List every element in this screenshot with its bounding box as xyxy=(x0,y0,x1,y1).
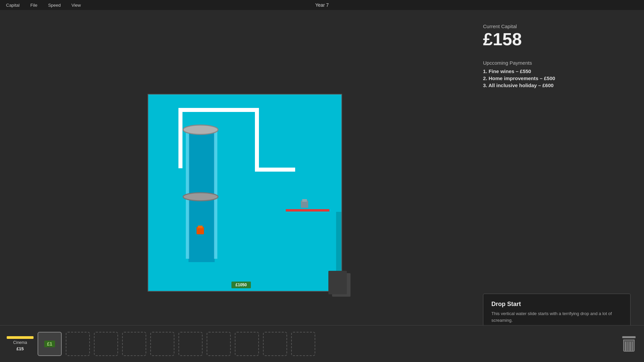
cinema-item: Cinema £15 xyxy=(7,336,34,351)
payment-3-text: 3. xyxy=(483,82,487,88)
slot-empty-1[interactable] xyxy=(66,332,90,356)
trash-line-3 xyxy=(630,342,631,351)
slot-empty-4[interactable] xyxy=(150,332,174,356)
svg-rect-4 xyxy=(255,168,295,172)
slot-empty-3[interactable] xyxy=(122,332,146,356)
payment-2-text: 2. xyxy=(483,75,487,81)
cinema-label: Cinema xyxy=(13,340,27,345)
canvas-shadow-1 xyxy=(328,271,347,294)
menu-capital[interactable]: Capital xyxy=(4,2,21,8)
game-canvas-wrapper: £1050 xyxy=(148,94,342,292)
payment-item-3: 3. All inclusive holiday – £600 xyxy=(483,82,631,88)
svg-rect-14 xyxy=(198,226,203,228)
trash-line-4 xyxy=(632,342,633,351)
trash-top xyxy=(622,336,636,338)
svg-rect-12 xyxy=(302,199,307,202)
bottom-bar: Cinema £15 £1 xyxy=(0,325,644,362)
svg-point-9 xyxy=(183,193,218,201)
menubar: Capital File Speed View Year 7 xyxy=(0,0,644,10)
trash-line-2 xyxy=(628,342,629,351)
current-capital-section: Current Capital £158 xyxy=(483,23,631,53)
cinema-value: £15 xyxy=(16,346,24,351)
payment-item-1: 1. Fine wines – £550 xyxy=(483,68,631,74)
cinema-progress-bar xyxy=(7,336,34,339)
svg-text:£1050: £1050 xyxy=(235,283,247,287)
slot-empty-7[interactable] xyxy=(235,332,259,356)
right-panel: Current Capital £158 Upccoming Payments … xyxy=(470,10,644,362)
payment-1-desc: Fine wines – £550 xyxy=(489,68,531,74)
main-area: £1050 Current Capital £158 Upccoming Pay… xyxy=(0,10,644,362)
game-canvas[interactable]: £1050 xyxy=(148,94,342,292)
upcoming-payments-section: Upccoming Payments 1. Fine wines – £550 … xyxy=(483,60,631,88)
slot-empty-6[interactable] xyxy=(207,332,231,356)
svg-rect-7 xyxy=(214,128,217,259)
svg-rect-1 xyxy=(178,108,259,112)
svg-rect-2 xyxy=(178,108,182,168)
current-capital-label: Current Capital xyxy=(483,23,631,29)
menu-speed[interactable]: Speed xyxy=(46,2,63,8)
page-title: Year 7 xyxy=(315,2,329,8)
svg-rect-3 xyxy=(255,108,259,168)
trash-icon[interactable] xyxy=(621,334,637,354)
payment-1-text: 1. xyxy=(483,68,487,74)
game-area: £1050 xyxy=(0,10,470,362)
svg-point-8 xyxy=(183,125,218,134)
upcoming-payments-title: Upccoming Payments xyxy=(483,60,631,66)
active-slot[interactable]: £1 xyxy=(38,332,62,356)
slot-empty-5[interactable] xyxy=(178,332,203,356)
payment-3-desc: All inclusive holiday – £600 xyxy=(488,82,553,88)
upcoming-payments-list: 1. Fine wines – £550 2. Home improvement… xyxy=(483,68,631,88)
drop-start-desc: This vertical water slide starts with a … xyxy=(491,310,622,323)
svg-rect-10 xyxy=(286,209,329,212)
menu-file[interactable]: File xyxy=(28,2,39,8)
active-slot-label: £1 xyxy=(44,341,55,347)
current-capital-amount: £158 xyxy=(483,31,631,48)
slot-empty-9[interactable] xyxy=(291,332,315,356)
slot-empty-8[interactable] xyxy=(263,332,287,356)
payment-2-desc: Home improvements – £500 xyxy=(489,75,555,81)
drop-start-title: Drop Start xyxy=(491,301,622,308)
trash-body xyxy=(623,340,635,352)
menu-view[interactable]: View xyxy=(69,2,83,8)
slot-empty-2[interactable] xyxy=(94,332,118,356)
trash-line-1 xyxy=(625,342,626,351)
payment-item-2: 2. Home improvements – £500 xyxy=(483,75,631,81)
svg-rect-0 xyxy=(148,95,342,292)
